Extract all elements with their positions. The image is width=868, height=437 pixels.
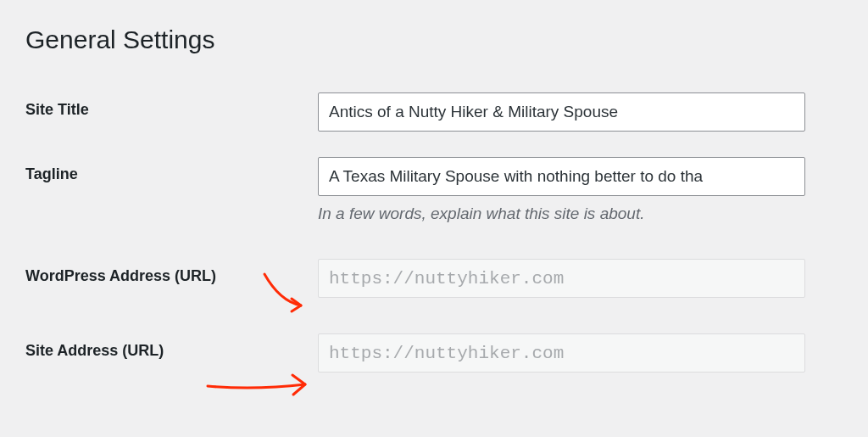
tagline-input[interactable] bbox=[318, 157, 805, 196]
row-site-address: Site Address (URL) bbox=[25, 333, 843, 373]
wordpress-address-input bbox=[318, 259, 805, 298]
site-title-label: Site Title bbox=[25, 101, 89, 118]
row-wordpress-address: WordPress Address (URL) bbox=[25, 259, 843, 298]
page-title: General Settings bbox=[25, 25, 843, 54]
site-address-label: Site Address (URL) bbox=[25, 342, 164, 359]
tagline-description: In a few words, explain what this site i… bbox=[318, 204, 843, 223]
tagline-label: Tagline bbox=[25, 165, 78, 182]
row-tagline: Tagline In a few words, explain what thi… bbox=[25, 157, 843, 223]
site-title-input[interactable] bbox=[318, 92, 805, 132]
site-address-input bbox=[318, 333, 805, 373]
row-site-title: Site Title bbox=[25, 92, 843, 132]
wordpress-address-label: WordPress Address (URL) bbox=[25, 267, 216, 284]
